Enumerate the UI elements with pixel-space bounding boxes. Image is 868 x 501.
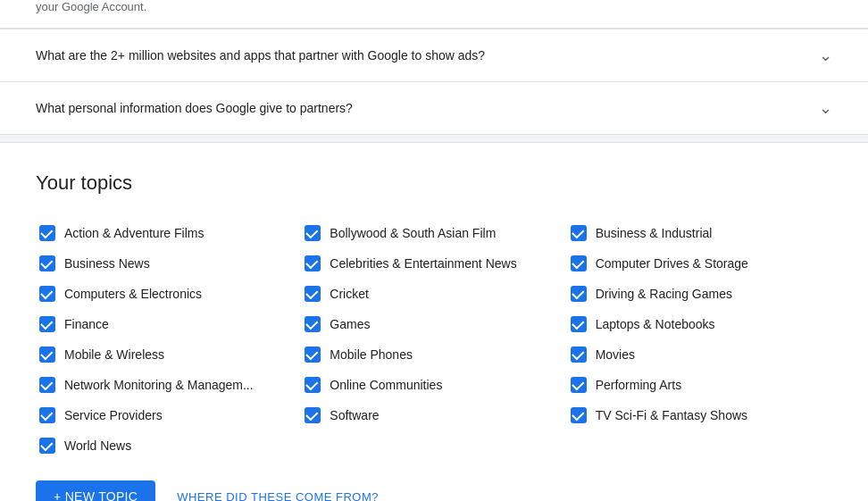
faq-item-2[interactable]: What personal information does Google gi… (0, 82, 868, 135)
checkbox-online-communities[interactable] (305, 377, 321, 393)
topic-item[interactable]: Computer Drives & Storage (567, 250, 832, 277)
topic-label: Laptops & Notebooks (596, 317, 715, 331)
topic-item[interactable]: Service Providers (36, 402, 301, 429)
topic-item[interactable]: TV Sci-Fi & Fantasy Shows (567, 402, 832, 429)
topics-grid: Action & Adventure Films Business News C… (36, 220, 832, 459)
faq-item-1[interactable]: What are the 2+ million websites and app… (0, 29, 868, 82)
topic-label: Finance (64, 317, 109, 331)
checkbox-business-industrial[interactable] (571, 225, 587, 241)
topic-label: Driving & Racing Games (596, 287, 732, 301)
checkbox-performing-arts[interactable] (571, 377, 587, 393)
actions-row: + NEW TOPIC WHERE DID THESE COME FROM? (36, 480, 832, 501)
checkbox-cricket[interactable] (305, 286, 321, 302)
topic-label: Network Monitoring & Managem... (64, 378, 254, 392)
topic-item[interactable]: Laptops & Notebooks (567, 311, 832, 338)
where-did-these-come-from-link[interactable]: WHERE DID THESE COME FROM? (177, 490, 379, 502)
checkbox-world-news[interactable] (39, 438, 55, 454)
page-wrapper: your Google Account. What are the 2+ mil… (0, 0, 868, 501)
faq-question-2: What personal information does Google gi… (36, 101, 353, 115)
topic-item[interactable]: Network Monitoring & Managem... (36, 372, 301, 398)
topic-label: TV Sci-Fi & Fantasy Shows (596, 408, 747, 422)
topic-label: Bollywood & South Asian Film (330, 226, 496, 240)
checkbox-service-providers[interactable] (39, 407, 55, 423)
topics-col-1: Action & Adventure Films Business News C… (36, 220, 301, 459)
topic-label: Business News (64, 256, 150, 271)
topic-label: Computers & Electronics (64, 287, 202, 301)
topic-item[interactable]: Celebrities & Entertainment News (301, 250, 566, 277)
checkbox-bollywood[interactable] (305, 225, 321, 241)
topics-col-3: Business & Industrial Computer Drives & … (567, 220, 832, 459)
checkbox-computers-electronics[interactable] (39, 286, 55, 302)
top-partial-content: your Google Account. (36, 0, 146, 13)
checkbox-celebrities[interactable] (305, 255, 321, 271)
new-topic-button[interactable]: + NEW TOPIC (36, 480, 155, 501)
checkbox-network-monitoring[interactable] (39, 377, 55, 393)
topic-item[interactable]: Performing Arts (567, 372, 832, 398)
checkbox-movies[interactable] (571, 347, 587, 363)
checkbox-software[interactable] (305, 407, 321, 423)
topic-item[interactable]: Bollywood & South Asian Film (301, 220, 566, 246)
topic-label: Performing Arts (596, 378, 681, 392)
chevron-down-icon-1: ⌄ (819, 46, 832, 65)
checkbox-driving-racing[interactable] (571, 286, 587, 302)
topic-item[interactable]: Mobile & Wireless (36, 341, 301, 368)
topic-label: Mobile & Wireless (64, 347, 164, 362)
topics-title: Your topics (36, 171, 832, 195)
checkbox-tv-scifi[interactable] (571, 407, 587, 423)
topic-label: Movies (596, 347, 635, 362)
topic-item[interactable]: Finance (36, 311, 301, 338)
faq-section: What are the 2+ million websites and app… (0, 29, 868, 135)
checkbox-computer-drives[interactable] (571, 255, 587, 271)
topic-label: Action & Adventure Films (64, 226, 204, 240)
topic-label: World News (64, 438, 131, 453)
checkbox-laptops-notebooks[interactable] (571, 316, 587, 332)
checkbox-mobile-phones[interactable] (305, 347, 321, 363)
topics-col-2: Bollywood & South Asian Film Celebrities… (301, 220, 566, 459)
topics-section: Your topics Action & Adventure Films Bus… (0, 142, 868, 501)
topic-item[interactable]: Business & Industrial (567, 220, 832, 246)
checkbox-mobile-wireless[interactable] (39, 347, 55, 363)
chevron-down-icon-2: ⌄ (819, 98, 832, 118)
topic-label: Business & Industrial (596, 226, 713, 240)
checkbox-action-adventure[interactable] (39, 225, 55, 241)
topic-item[interactable]: Software (301, 402, 566, 429)
topic-item[interactable]: Cricket (301, 280, 566, 307)
topic-item[interactable]: Mobile Phones (301, 341, 566, 368)
faq-question-1: What are the 2+ million websites and app… (36, 48, 485, 63)
topic-item[interactable]: Computers & Electronics (36, 280, 301, 307)
topic-item[interactable]: Games (301, 311, 566, 338)
topic-item[interactable]: Online Communities (301, 372, 566, 398)
checkbox-games[interactable] (305, 316, 321, 332)
topic-item[interactable]: Driving & Racing Games (567, 280, 832, 307)
topic-label: Service Providers (64, 408, 163, 422)
topic-item[interactable]: Action & Adventure Films (36, 220, 301, 246)
checkbox-finance[interactable] (39, 316, 55, 332)
topic-label: Cricket (330, 287, 369, 301)
topic-label: Computer Drives & Storage (596, 256, 748, 271)
topic-label: Mobile Phones (330, 347, 413, 362)
topic-item[interactable]: Business News (36, 250, 301, 277)
checkbox-business-news[interactable] (39, 255, 55, 271)
topic-item[interactable]: Movies (567, 341, 832, 368)
topic-label: Celebrities & Entertainment News (330, 256, 516, 271)
top-partial-text: your Google Account. (0, 0, 868, 29)
topic-label: Games (330, 317, 370, 331)
topic-label: Software (330, 408, 379, 422)
topic-label: Online Communities (330, 378, 442, 392)
topic-item[interactable]: World News (36, 432, 301, 459)
